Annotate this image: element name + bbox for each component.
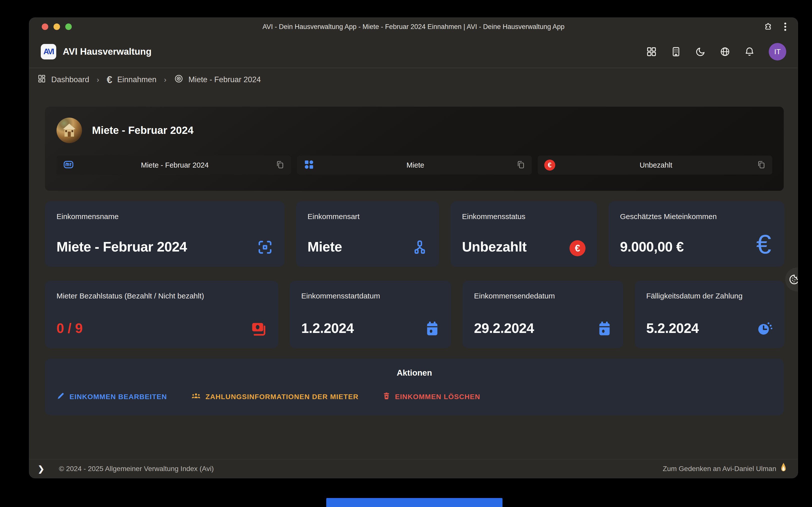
card-endedatum: Einkommensendedatum 29.2.2024: [462, 281, 623, 348]
memorial-text: Zum Gedenken an Avi-Daniel Ulman: [663, 465, 776, 473]
pencil-icon: [56, 392, 65, 402]
income-hero-card: Miete - Februar 2024 Miete - Februar 202…: [45, 107, 784, 191]
card-value: 29.2.2024: [474, 320, 534, 338]
card-value: Miete - Februar 2024: [56, 239, 187, 256]
window-controls: [42, 23, 72, 30]
copy-icon[interactable]: [757, 160, 766, 170]
card-mieteinkommen: Geschätztes Mieteinkommen 9.000,00 € €: [609, 201, 784, 267]
delete-income-button[interactable]: EINKOMMEN LÖSCHEN: [383, 392, 480, 402]
building-icon[interactable]: [671, 47, 681, 57]
breadcrumb-separator: ›: [97, 75, 99, 84]
breadcrumb-label: Dashboard: [51, 75, 89, 84]
card-value: 5.2.2024: [646, 320, 699, 338]
footer: ❯ © 2024 - 2025 Allgemeiner Verwaltung I…: [29, 459, 798, 478]
income-title: Miete - Februar 2024: [92, 124, 194, 136]
card-label: Fälligkeitsdatum der Zahlung: [646, 292, 773, 300]
income-type-field: Miete: [297, 156, 531, 175]
calendar-icon: [425, 321, 440, 338]
euro-badge-icon: €: [544, 160, 555, 171]
zoom-window-button[interactable]: [65, 23, 72, 30]
actions-section: Aktionen EINKOMMEN BEARBEITEN: [45, 359, 784, 415]
user-avatar[interactable]: IT: [769, 43, 786, 60]
name-badge-icon: [63, 159, 74, 171]
card-bezahlstatus: Mieter Bezahlstatus (Bezahlt / Nicht bez…: [45, 281, 278, 348]
euro-glyph-icon: €: [756, 232, 773, 256]
moon-icon[interactable]: [695, 47, 706, 57]
breadcrumb: Dashboard › € Einnahmen › Miete - Februa…: [29, 68, 798, 91]
sidebar-expand-chevron-icon[interactable]: ❯: [38, 464, 45, 473]
trash-icon: [383, 392, 391, 402]
income-status-value: Unbezahlt: [555, 161, 757, 169]
category-icon: [304, 159, 314, 171]
banknotes-icon: [250, 321, 267, 338]
desktop-accent-bar: [326, 498, 503, 507]
card-value: 9.000,00 €: [620, 239, 684, 256]
income-type-value: Miete: [314, 161, 516, 169]
card-label: Einkommensstartdatum: [301, 292, 440, 300]
action-label: ZAHLUNGSINFORMATIONEN DER MIETER: [205, 393, 358, 401]
copy-icon[interactable]: [275, 160, 285, 170]
card-einkommensstatus: Einkommensstatus Unbezahlt €: [451, 201, 597, 267]
minimize-window-button[interactable]: [53, 23, 60, 30]
breadcrumb-label: Einnahmen: [117, 75, 156, 84]
actions-title: Aktionen: [56, 368, 772, 378]
card-label: Mieter Bezahlstatus (Bezahlt / Nicht bez…: [56, 292, 267, 300]
income-image: [56, 118, 82, 143]
edit-income-button[interactable]: EINKOMMEN BEARBEITEN: [56, 392, 167, 402]
card-value: 1.2.2024: [301, 320, 354, 338]
income-status-field: € Unbezahlt: [538, 156, 772, 175]
action-label: EINKOMMEN BEARBEITEN: [69, 393, 167, 401]
card-label: Einkommensname: [56, 212, 273, 221]
page-title: AVI - Dein Hausverwaltung App - Miete - …: [262, 23, 564, 31]
card-faelligkeitsdatum: Fälligkeitsdatum der Zahlung 5.2.2024: [635, 281, 784, 348]
eye-icon: [174, 74, 184, 86]
app-window: AVI - Dein Hausverwaltung App - Miete - …: [29, 17, 798, 478]
card-label: Geschätztes Mieteinkommen: [620, 212, 773, 221]
close-window-button[interactable]: [42, 23, 48, 30]
scan-frame-icon: [257, 239, 273, 256]
app-header: AVI AVI Hausverwaltung: [29, 36, 798, 68]
breadcrumb-dashboard[interactable]: Dashboard: [37, 74, 89, 85]
app-logo[interactable]: AVI: [41, 44, 56, 59]
card-label: Einkommensendedatum: [474, 292, 612, 300]
dashboard-grid-icon: [37, 74, 46, 85]
euro-badge-icon: €: [569, 240, 586, 256]
copyright-text: © 2024 - 2025 Allgemeiner Verwaltung Ind…: [59, 465, 214, 473]
app-name: AVI Hausverwaltung: [63, 47, 152, 57]
action-label: EINKOMMEN LÖSCHEN: [395, 393, 480, 401]
card-startdatum: Einkommensstartdatum 1.2.2024: [290, 281, 451, 348]
candle-flame-icon: [780, 462, 787, 475]
euro-icon: €: [107, 74, 112, 86]
calendar-icon: [597, 321, 612, 338]
extensions-icon[interactable]: [764, 22, 772, 31]
dashboard-icon[interactable]: [646, 47, 657, 57]
card-value: Unbezahlt: [462, 239, 526, 256]
globe-icon[interactable]: [720, 47, 730, 57]
main-content: Miete - Februar 2024 Miete - Februar 202…: [29, 91, 798, 459]
copy-icon[interactable]: [516, 160, 525, 170]
people-icon: [191, 392, 201, 402]
card-value: Miete: [307, 239, 342, 256]
income-name-field: Miete - Februar 2024: [56, 156, 291, 175]
card-einkommensart: Einkommensart Miete: [296, 201, 439, 267]
card-label: Einkommensstatus: [462, 212, 586, 221]
card-value: 0 / 9: [56, 320, 83, 338]
tree-icon: [412, 239, 427, 256]
browser-titlebar: AVI - Dein Hausverwaltung App - Miete - …: [29, 18, 798, 36]
bell-icon[interactable]: [744, 47, 755, 57]
breadcrumb-separator: ›: [164, 75, 166, 84]
breadcrumb-einnahmen[interactable]: € Einnahmen: [107, 74, 156, 86]
income-name-value: Miete - Februar 2024: [74, 161, 275, 169]
browser-menu-icon[interactable]: [784, 22, 787, 32]
clock-icon: [756, 321, 773, 338]
card-einkommensname: Einkommensname Miete - Februar 2024: [45, 201, 285, 267]
card-label: Einkommensart: [307, 212, 427, 221]
breadcrumb-current[interactable]: Miete - Februar 2024: [174, 74, 261, 86]
tenant-payment-info-button[interactable]: ZAHLUNGSINFORMATIONEN DER MIETER: [191, 392, 358, 402]
breadcrumb-label: Miete - Februar 2024: [189, 75, 261, 84]
